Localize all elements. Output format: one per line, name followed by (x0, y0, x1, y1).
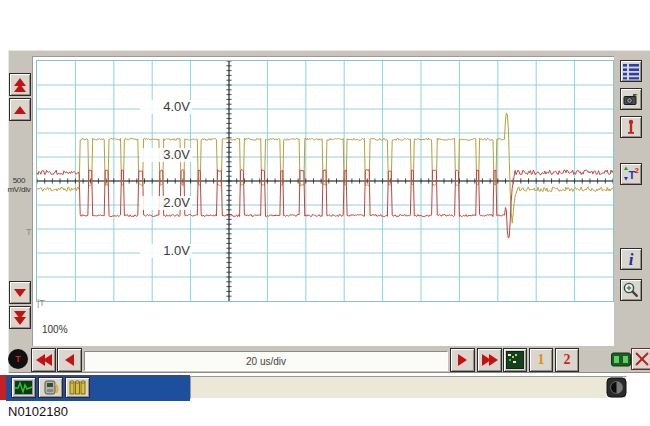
channel-1-button[interactable]: 1 (529, 348, 553, 372)
scale-up-button[interactable] (9, 98, 31, 121)
waveform-tool-icon (14, 380, 33, 395)
double-down-arrow-icon (14, 312, 26, 324)
contrast-toggle-icon (606, 377, 627, 398)
measurement-device-button[interactable] (38, 377, 63, 398)
figure-id: N0102180 (8, 404, 68, 419)
play-button[interactable] (450, 348, 475, 372)
y-tick-label-1v: 1.0V (140, 244, 192, 258)
trigger-settings-button[interactable]: T 2 (620, 163, 642, 185)
vertical-scale-label: 500 mV/div (5, 176, 33, 194)
forward-fast-button[interactable] (477, 348, 502, 372)
timebase-display: 20 us/div (84, 351, 448, 371)
timebase-label: 20 us/div (246, 356, 286, 367)
camera-icon (622, 90, 640, 108)
cursor-marker-button[interactable] (620, 116, 642, 138)
contrast-toggle-button[interactable] (606, 377, 627, 398)
screen-capture-button[interactable] (503, 348, 527, 372)
down-arrow-icon (14, 289, 26, 297)
up-arrow-icon (14, 106, 26, 114)
zoom-icon (622, 281, 640, 299)
close-button[interactable] (631, 348, 650, 370)
zoom-percent-label: 100% (42, 324, 68, 335)
trigger-level-marker[interactable]: T (26, 228, 32, 237)
scale-unit: mV/div (5, 185, 33, 194)
trigger-indicator[interactable]: T (8, 349, 28, 369)
info-button[interactable]: i (620, 248, 642, 270)
trigger-indicator-icon: T (15, 354, 21, 364)
channel-2-label: 2 (564, 352, 571, 368)
rewind-button[interactable] (57, 348, 82, 372)
info-icon: i (629, 251, 634, 268)
rewind-fast-button[interactable] (31, 348, 56, 372)
left-arrow-icon (65, 354, 74, 366)
svg-text:2: 2 (635, 166, 640, 175)
double-right-arrow-icon (483, 354, 497, 366)
data-records-button[interactable] (65, 377, 90, 398)
measurement-device-icon (42, 379, 60, 396)
trigger-time-marker[interactable]: |T (37, 299, 45, 308)
menu-icon (622, 62, 640, 80)
right-arrow-icon (458, 354, 467, 366)
double-left-arrow-icon (37, 354, 51, 366)
y-tick-label-4v: 4.0V (140, 100, 192, 114)
scale-down-button[interactable] (9, 281, 31, 304)
scale-down-fast-button[interactable] (9, 306, 31, 329)
zoom-button[interactable] (620, 279, 642, 301)
channel-2-button[interactable]: 2 (555, 348, 579, 372)
double-up-arrow-icon (14, 79, 26, 91)
trigger-settings-icon: T 2 (622, 165, 640, 183)
data-records-icon (68, 379, 87, 396)
y-tick-label-2v: 2.0V (140, 196, 192, 210)
screenshot-button[interactable] (620, 88, 642, 110)
channel-1-label: 1 (538, 352, 545, 368)
scale-up-fast-button[interactable] (9, 73, 31, 96)
scale-value: 500 (5, 176, 33, 185)
close-icon (634, 351, 650, 367)
cursor-marker-icon (622, 118, 640, 136)
waveform-tool-button[interactable] (11, 377, 36, 398)
y-tick-label-3v: 3.0V (140, 148, 192, 162)
connection-icon (611, 352, 631, 367)
graticule (36, 60, 614, 302)
status-progress-track (190, 376, 627, 399)
screen-capture-icon (506, 351, 524, 369)
menu-button[interactable] (620, 60, 642, 82)
